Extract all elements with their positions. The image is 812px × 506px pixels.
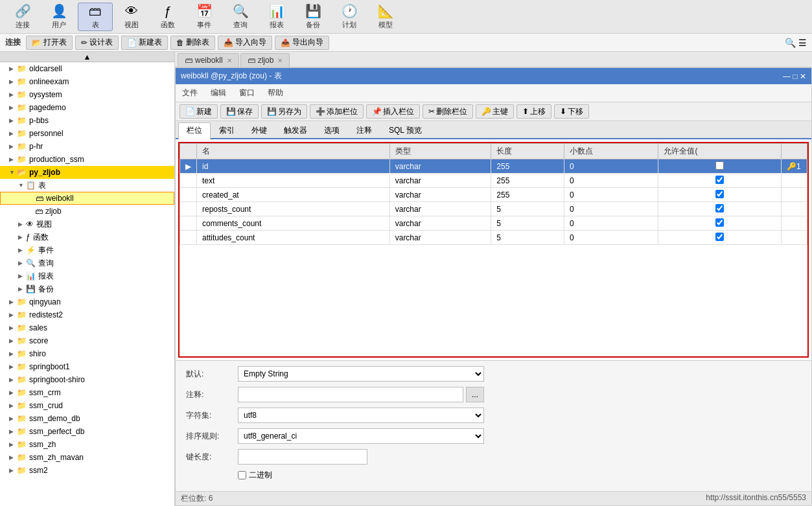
tree-item-ssm2[interactable]: ▶ 📁 ssm2 [0, 464, 174, 477]
conn-btn-delete[interactable]: 🗑删除表 [170, 36, 215, 50]
tree-item-function_group[interactable]: ▶ ƒ 函数 [0, 231, 174, 244]
conn-btn-new[interactable]: 📄新建表 [121, 36, 168, 50]
conn-btn-import[interactable]: 📥导入向导 [218, 36, 272, 50]
toolbar-btn-query[interactable]: 🔍查询 [223, 3, 258, 31]
editor-btn-move_down[interactable]: ⬇下移 [554, 104, 589, 119]
tree-item-production_ssm[interactable]: ▶ 📁 production_ssm [0, 153, 174, 166]
field-decimals[interactable]: 0 [564, 188, 658, 202]
field-type[interactable]: varchar [389, 174, 491, 188]
tree-item-view_group[interactable]: ▶ 👁 视图 [0, 218, 174, 231]
tree-item-ssm_zh[interactable]: ▶ 📁 ssm_zh [0, 438, 174, 451]
field-name[interactable]: attitudes_count [197, 231, 390, 245]
editor-tab-index[interactable]: 索引 [211, 122, 243, 138]
field-name[interactable]: id [197, 159, 390, 174]
field-length[interactable]: 5 [491, 202, 564, 216]
field-allownull[interactable] [658, 231, 782, 245]
tab-close-icon[interactable]: ✕ [227, 57, 232, 64]
table-row[interactable]: attitudes_countvarchar50 [180, 231, 807, 245]
editor-btn-primary_key[interactable]: 🔑主键 [476, 104, 514, 119]
tree-item-table_group[interactable]: ▼ 📋 表 [0, 179, 174, 192]
tree-item-qingyuan[interactable]: ▶ 📁 qingyuan [0, 295, 174, 308]
tab-close-icon2[interactable]: ✕ [277, 57, 283, 64]
tree-item-springboot1[interactable]: ▶ 📁 springboot1 [0, 360, 174, 373]
tree-item-ssm_perfect_db[interactable]: ▶ 📁 ssm_perfect_db [0, 425, 174, 438]
toolbar-btn-backup[interactable]: 💾备份 [296, 3, 331, 31]
tree-item-onlineexam[interactable]: ▶ 📁 onlineexam [0, 75, 174, 88]
field-name[interactable]: comments_count [197, 216, 390, 231]
editor-tab-trigger[interactable]: 触发器 [275, 122, 316, 138]
tree-item-p-bbs[interactable]: ▶ 📁 p-bbs [0, 114, 174, 127]
field-length[interactable]: 255 [491, 159, 564, 174]
menu-edit[interactable]: 编辑 [209, 87, 227, 99]
editor-tab-sql_preview[interactable]: SQL 预览 [380, 122, 430, 138]
table-row[interactable]: ▶idvarchar2550🔑1 [180, 159, 807, 174]
tree-item-event_group[interactable]: ▶ ⚡ 事件 [0, 244, 174, 257]
field-type[interactable]: varchar [389, 159, 491, 174]
field-decimals[interactable]: 0 [564, 202, 658, 216]
field-name[interactable]: text [197, 174, 390, 188]
tree-item-personnel[interactable]: ▶ 📁 personnel [0, 127, 174, 140]
tree-item-pagedemo[interactable]: ▶ 📁 pagedemo [0, 101, 174, 114]
prop-charset-select[interactable]: utf8 [238, 408, 484, 423]
editor-tab-foreign_key[interactable]: 外键 [243, 122, 275, 138]
tree-item-shiro[interactable]: ▶ 📁 shiro [0, 347, 174, 360]
toolbar-btn-connect[interactable]: 🔗连接 [5, 3, 40, 31]
menu-window[interactable]: 窗口 [238, 87, 256, 99]
editor-tab-options[interactable]: 选项 [316, 122, 348, 138]
scroll-up-btn[interactable]: ▲ [0, 52, 174, 62]
field-allownull[interactable] [658, 159, 782, 174]
editor-tab-comment[interactable]: 注释 [348, 122, 380, 138]
field-type[interactable]: varchar [389, 202, 491, 216]
table-row[interactable]: reposts_countvarchar50 [180, 202, 807, 216]
editor-btn-save[interactable]: 💾保存 [220, 104, 259, 119]
editor-btn-move_up[interactable]: ⬆上移 [516, 104, 551, 119]
tree-item-oldcarsell[interactable]: ▶ 📁 oldcarsell [0, 62, 174, 75]
editor-close-btn[interactable]: — □ ✕ [783, 72, 806, 81]
editor-btn-new[interactable]: 📄新建 [180, 104, 218, 119]
field-null-checkbox[interactable] [715, 233, 724, 241]
field-allownull[interactable] [658, 174, 782, 188]
tree-item-score[interactable]: ▶ 📁 score [0, 334, 174, 347]
menu-file[interactable]: 文件 [181, 87, 199, 99]
conn-btn-export[interactable]: 📤导出向导 [275, 36, 329, 50]
prop-default-select[interactable]: Empty String [238, 366, 484, 382]
field-allownull[interactable] [658, 202, 782, 216]
tree-item-ssm_zh_mavan[interactable]: ▶ 📁 ssm_zh_mavan [0, 451, 174, 464]
field-decimals[interactable]: 0 [564, 216, 658, 231]
toolbar-btn-event[interactable]: 📅事件 [187, 3, 222, 31]
field-null-checkbox[interactable] [715, 190, 724, 198]
tree-item-p-hr[interactable]: ▶ 📁 p-hr [0, 140, 174, 153]
prop-binary-checkbox[interactable] [238, 471, 246, 479]
tree-item-report_group[interactable]: ▶ 📊 报表 [0, 270, 174, 282]
tree-item-backup_group[interactable]: ▶ 💾 备份 [0, 282, 174, 295]
conn-btn-design[interactable]: ✏设计表 [75, 36, 119, 50]
editor-btn-saveas[interactable]: 💾另存为 [261, 104, 307, 119]
toolbar-btn-function[interactable]: ƒ函数 [150, 3, 185, 31]
editor-btn-add_col[interactable]: ➕添加栏位 [310, 104, 364, 119]
field-type[interactable]: varchar [389, 188, 491, 202]
tree-item-oysystem[interactable]: ▶ 📁 oysystem [0, 88, 174, 101]
field-name[interactable]: created_at [197, 188, 390, 202]
table-row[interactable]: textvarchar2550 [180, 174, 807, 188]
toolbar-btn-model[interactable]: 📐模型 [368, 3, 403, 31]
field-null-checkbox[interactable] [715, 176, 724, 184]
prop-comment-btn[interactable]: ... [466, 387, 484, 402]
prop-keylength-input[interactable] [238, 449, 367, 465]
editor-btn-delete_col[interactable]: ✂删除栏位 [423, 104, 473, 119]
tab-weibokll[interactable]: 🗃 weibokll ✕ [178, 53, 239, 67]
field-decimals[interactable]: 0 [564, 231, 658, 245]
conn-btn-open[interactable]: 📂打开表 [26, 36, 73, 50]
field-type[interactable]: varchar [389, 231, 491, 245]
tree-item-py_zljob[interactable]: ▼ 📂 py_zljob [0, 166, 174, 179]
editor-btn-insert_col[interactable]: 📌插入栏位 [366, 104, 420, 119]
field-length[interactable]: 255 [491, 174, 564, 188]
toolbar-btn-view[interactable]: 👁视图 [114, 3, 149, 31]
toolbar-btn-table[interactable]: 🗃表 [78, 3, 113, 31]
tree-item-ssm_crm[interactable]: ▶ 📁 ssm_crm [0, 386, 174, 399]
toolbar-btn-user[interactable]: 👤用户 [41, 3, 76, 31]
field-type[interactable]: varchar [389, 216, 491, 231]
field-decimals[interactable]: 0 [564, 174, 658, 188]
table-row[interactable]: comments_countvarchar50 [180, 216, 807, 231]
toolbar-btn-report[interactable]: 📊报表 [259, 3, 294, 31]
prop-comment-input[interactable]: 微博id [238, 387, 463, 402]
